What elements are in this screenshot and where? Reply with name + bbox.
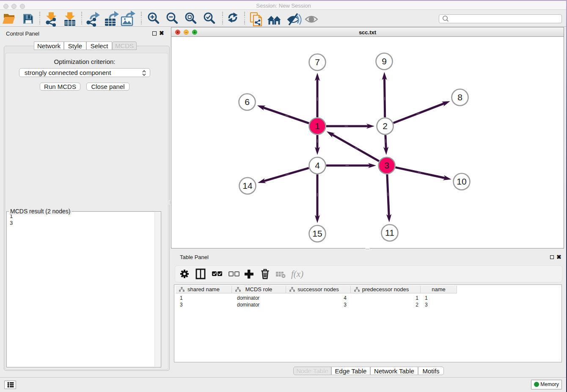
svg-text:15: 15	[312, 229, 322, 238]
svg-text:1: 1	[315, 121, 320, 131]
svg-text:3: 3	[384, 160, 389, 170]
svg-text:4: 4	[315, 160, 320, 170]
svg-text:10: 10	[457, 177, 466, 186]
svg-text:11: 11	[385, 228, 394, 237]
svg-text:9: 9	[382, 56, 387, 66]
svg-text:6: 6	[245, 97, 250, 107]
svg-text:14: 14	[242, 181, 253, 190]
svg-text:7: 7	[315, 57, 320, 67]
svg-text:8: 8	[457, 92, 462, 102]
svg-text:f(x): f(x)	[291, 269, 303, 279]
svg-text:2: 2	[383, 121, 388, 131]
